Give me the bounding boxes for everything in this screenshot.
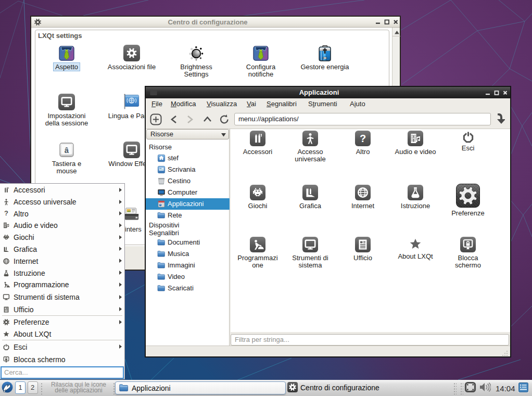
svg-text:?: ? — [360, 133, 366, 144]
svg-text:â: â — [65, 146, 69, 155]
